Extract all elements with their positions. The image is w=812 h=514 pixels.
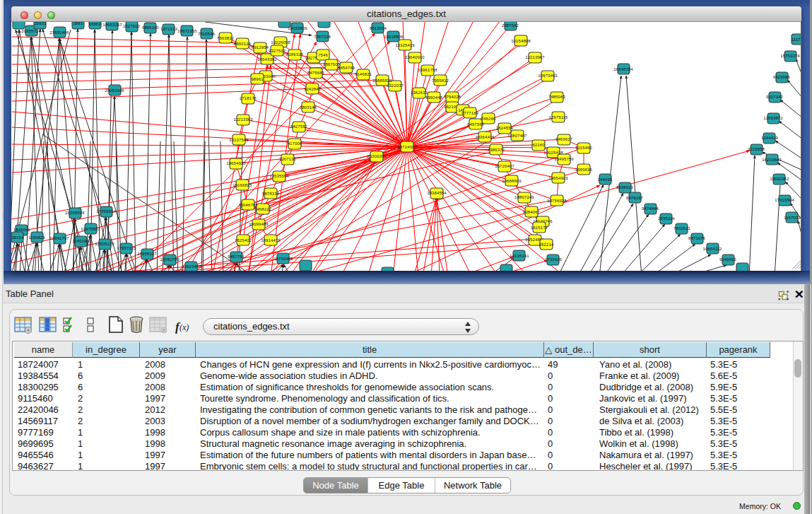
svg-text:10154808: 10154808: [511, 39, 531, 43]
svg-text:1167533: 1167533: [784, 216, 801, 220]
svg-text:3624554: 3624554: [496, 126, 514, 130]
svg-text:16033809: 16033809: [288, 26, 307, 30]
svg-text:12093872: 12093872: [763, 116, 783, 120]
svg-text:62160: 62160: [532, 143, 545, 147]
svg-text:18807249: 18807249: [514, 195, 534, 199]
svg-text:7663822: 7663822: [217, 36, 235, 40]
svg-text:9115460: 9115460: [575, 146, 592, 150]
svg-text:7386372: 7386372: [488, 148, 505, 152]
svg-text:15692951: 15692951: [770, 177, 789, 181]
svg-text:20931: 20931: [34, 22, 47, 25]
svg-text:9227342: 9227342: [766, 95, 784, 99]
svg-text:5878334: 5878334: [262, 192, 280, 196]
svg-text:8471676: 8471676: [688, 236, 706, 240]
svg-text:1145194: 1145194: [72, 239, 89, 243]
svg-text:1845061: 1845061: [13, 228, 31, 232]
svg-text:13325419: 13325419: [395, 43, 415, 47]
svg-text:16961758: 16961758: [418, 68, 437, 72]
svg-text:20206536: 20206536: [65, 211, 85, 215]
svg-text:16543382: 16543382: [257, 57, 277, 62]
svg-text:18724007: 18724007: [397, 145, 417, 149]
svg-text:8186328: 8186328: [286, 52, 304, 57]
svg-text:9146821: 9146821: [355, 72, 372, 76]
svg-text:15885820: 15885820: [372, 78, 392, 83]
svg-text:14136141: 14136141: [510, 254, 529, 258]
svg-text:20355714: 20355714: [21, 29, 41, 33]
svg-text:2987662: 2987662: [502, 23, 519, 28]
svg-text:9463627: 9463627: [555, 137, 573, 141]
svg-text:8938923: 8938923: [616, 185, 634, 189]
svg-text:7515546: 7515546: [198, 32, 216, 36]
svg-text:15716485: 15716485: [273, 257, 293, 261]
svg-text:20053346: 20053346: [105, 88, 124, 93]
svg-text:7485063: 7485063: [548, 95, 566, 99]
svg-text:1362615: 1362615: [411, 90, 428, 95]
svg-text:15720407: 15720407: [495, 164, 514, 168]
svg-text:9245652: 9245652: [719, 257, 737, 262]
svg-text:9777169: 9777169: [461, 111, 479, 115]
svg-text:13495759: 13495759: [554, 157, 574, 161]
svg-text:10654112: 10654112: [702, 247, 722, 251]
svg-text:15751074: 15751074: [780, 54, 800, 58]
svg-text:19654935: 19654935: [226, 161, 246, 165]
svg-text:6866160: 6866160: [142, 25, 160, 30]
svg-text:6794028: 6794028: [444, 95, 461, 99]
svg-text:2803144: 2803144: [300, 105, 317, 110]
svg-text:12942737: 12942737: [49, 236, 69, 240]
svg-text:16914479: 16914479: [261, 238, 281, 243]
svg-text:10688609: 10688609: [502, 179, 522, 183]
svg-text:16853: 16853: [88, 22, 101, 26]
svg-text:5498222: 5498222: [254, 207, 272, 211]
svg-text:10756928: 10756928: [547, 199, 567, 203]
svg-text:12505135: 12505135: [95, 242, 114, 246]
svg-text:6479197: 6479197: [626, 196, 644, 200]
svg-text:8427552: 8427552: [290, 124, 308, 129]
svg-text:19218506: 19218506: [384, 35, 404, 39]
svg-text:1733426: 1733426: [545, 257, 563, 262]
svg-text:12213363: 12213363: [233, 117, 253, 122]
svg-text:2935114: 2935114: [658, 216, 675, 221]
svg-text:39154: 39154: [11, 235, 24, 240]
svg-text:1156829: 1156829: [28, 235, 45, 240]
svg-text:3267130: 3267130: [279, 157, 297, 161]
svg-text:7357224: 7357224: [314, 35, 331, 39]
svg-text:17016504: 17016504: [775, 198, 794, 202]
svg-text:2718176: 2718176: [240, 96, 257, 100]
svg-text:16671355: 16671355: [177, 29, 197, 33]
svg-text:1527602: 1527602: [123, 24, 141, 28]
svg-text:7632621: 7632621: [673, 226, 691, 230]
svg-text:9474444: 9474444: [642, 206, 659, 211]
svg-text:3215958: 3215958: [748, 147, 765, 151]
svg-text:8912954: 8912954: [252, 45, 269, 49]
svg-text:10973493: 10973493: [538, 74, 558, 78]
svg-text:16210643: 16210643: [762, 158, 782, 162]
svg-text:9457791: 9457791: [228, 255, 245, 259]
svg-text:13640910: 13640910: [405, 55, 425, 59]
svg-text:746266: 746266: [481, 117, 496, 121]
svg-text:13226058: 13226058: [271, 40, 290, 45]
svg-text:8990448: 8990448: [425, 95, 443, 100]
svg-text:8660124: 8660124: [234, 42, 252, 46]
svg-text:1615172: 1615172: [531, 226, 548, 230]
svg-text:10107545: 10107545: [229, 138, 249, 142]
svg-text:7546: 7546: [318, 53, 328, 57]
svg-text:144095: 144095: [598, 177, 613, 182]
svg-text:9699695: 9699695: [575, 168, 593, 172]
svg-text:19654923: 19654923: [548, 176, 568, 180]
svg-text:10975867: 10975867: [81, 227, 100, 231]
svg-text:17359934: 17359934: [96, 209, 116, 214]
svg-text:25300203: 25300203: [367, 154, 387, 158]
svg-text:12923468: 12923468: [182, 264, 201, 269]
svg-text:1071913: 1071913: [160, 27, 178, 31]
svg-text:10958127: 10958127: [137, 252, 157, 256]
svg-text:8813054: 8813054: [370, 26, 387, 30]
svg-text:98961: 98961: [251, 77, 264, 81]
svg-text:19166825: 19166825: [233, 183, 252, 187]
svg-text:1244419: 1244419: [761, 136, 779, 140]
svg-text:1322037: 1322037: [387, 83, 404, 88]
svg-text:(x): (x): [180, 322, 189, 332]
svg-text:8454749: 8454749: [338, 66, 355, 70]
svg-text:9327503: 9327503: [269, 49, 286, 53]
svg-text:12213967: 12213967: [525, 55, 545, 59]
svg-text:13535594: 13535594: [269, 174, 289, 178]
